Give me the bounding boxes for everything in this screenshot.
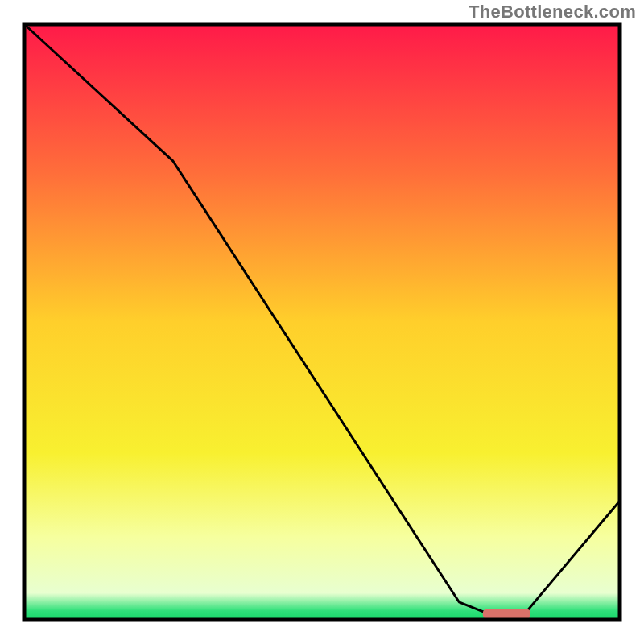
optimal-marker <box>483 609 530 619</box>
chart-frame: TheBottleneck.com <box>0 0 644 644</box>
watermark-text: TheBottleneck.com <box>469 2 636 23</box>
bottleneck-chart <box>0 0 644 644</box>
plot-background <box>24 24 620 620</box>
